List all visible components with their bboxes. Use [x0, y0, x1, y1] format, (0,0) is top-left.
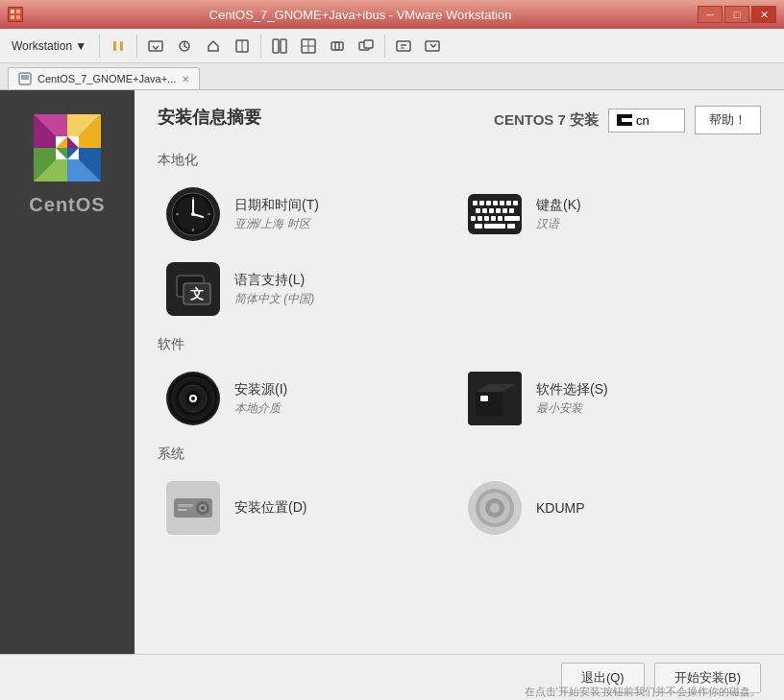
toolbar: Workstation ▼ — [0, 29, 784, 63]
keyboard-item[interactable]: 键盘(K) 汉语 — [459, 177, 761, 252]
language-text: 语言支持(L) 简体中文 (中国) — [234, 272, 314, 307]
window-title: CentOS_7_GNOME+Java+ibus - VMware Workst… — [23, 8, 698, 22]
centos-logo — [29, 109, 106, 186]
install-source-sublabel: 本地介质 — [234, 400, 287, 417]
software-selection-text: 软件选择(S) 最小安装 — [536, 381, 608, 417]
close-button[interactable]: ✕ — [751, 6, 776, 23]
system-section-title: 系统 — [158, 446, 761, 463]
header-right: CENTOS 7 安装 cn 帮助！ — [494, 106, 761, 134]
svg-point-62 — [191, 397, 195, 400]
svg-rect-40 — [617, 114, 632, 118]
toolbar-separator-4 — [384, 35, 385, 58]
svg-rect-66 — [480, 396, 488, 401]
language-item[interactable]: a 文 语言支持(L) 简体中文 (中国) — [158, 252, 459, 326]
install-location-icon — [165, 480, 221, 536]
svg-point-70 — [201, 506, 205, 510]
software-selection-label: 软件选择(S) — [536, 381, 608, 398]
tab-close-button[interactable]: ✕ — [182, 74, 189, 84]
install-source-label: 安装源(I) — [234, 381, 287, 398]
install-location-text: 安装位置(D) — [234, 499, 306, 517]
svg-rect-42 — [617, 122, 632, 126]
language-icon: a 文 — [165, 261, 221, 317]
svg-point-76 — [490, 503, 500, 513]
svg-rect-1 — [16, 10, 20, 13]
svg-rect-4 — [113, 41, 116, 51]
toolbar-btn-10[interactable] — [419, 33, 446, 60]
datetime-sublabel: 亚洲/上海 时区 — [234, 216, 319, 232]
svg-rect-21 — [397, 41, 410, 51]
datetime-label: 日期和时间(T) — [234, 197, 319, 214]
language-label: 语言支持(L) — [234, 272, 314, 289]
localization-grid: 日期和时间(T) 亚洲/上海 时区 — [158, 177, 761, 326]
install-source-item[interactable]: 安装源(I) 本地介质 — [158, 361, 459, 436]
toolbar-btn-3[interactable] — [200, 33, 227, 60]
keyboard-text: 键盘(K) 汉语 — [536, 197, 581, 232]
kdump-item[interactable]: KDUMP — [459, 471, 761, 545]
datetime-icon — [165, 186, 221, 242]
minimize-button[interactable]: ─ — [698, 6, 723, 23]
toolbar-btn-7[interactable] — [324, 33, 351, 60]
vm-tab[interactable]: CentOS_7_GNOME+Java+... ✕ — [8, 67, 200, 89]
kdump-label: KDUMP — [536, 500, 585, 516]
toolbar-btn-2[interactable] — [171, 33, 198, 60]
toolbar-btn-5[interactable] — [266, 33, 293, 60]
software-section-title: 软件 — [158, 336, 761, 353]
software-selection-sublabel: 最小安装 — [536, 400, 608, 417]
software-grid: 安装源(I) 本地介质 — [158, 361, 761, 436]
window-controls[interactable]: ─ □ ✕ — [698, 6, 776, 23]
bottom-bar: 退出(Q) 开始安装(B) 在点击'开始安装'按钮前我们并不会操作你的磁盘。 — [0, 654, 784, 700]
toolbar-btn-4[interactable] — [229, 33, 256, 60]
toolbar-separator-1 — [99, 35, 100, 58]
svg-rect-0 — [11, 10, 14, 13]
toolbar-separator-2 — [136, 35, 137, 58]
title-bar-left — [8, 7, 23, 22]
tab-label: CentOS_7_GNOME+Java+... — [37, 73, 176, 84]
dropdown-arrow: ▼ — [75, 39, 86, 53]
install-source-text: 安装源(I) 本地介质 — [234, 381, 287, 417]
kdump-text: KDUMP — [536, 500, 585, 516]
sidebar: CentOS — [0, 90, 135, 654]
svg-rect-20 — [364, 40, 373, 48]
svg-rect-12 — [273, 39, 279, 53]
datetime-text: 日期和时间(T) 亚洲/上海 时区 — [234, 197, 319, 232]
toolbar-btn-9[interactable] — [390, 33, 417, 60]
lang-value: cn — [636, 113, 649, 128]
svg-rect-3 — [16, 15, 20, 19]
language-input[interactable]: cn — [608, 109, 685, 133]
svg-rect-72 — [178, 509, 187, 511]
help-button[interactable]: 帮助！ — [695, 106, 761, 134]
title-bar: CentOS_7_GNOME+Java+ibus - VMware Workst… — [0, 0, 784, 29]
software-selection-icon — [467, 371, 523, 426]
page-title: 安装信息摘要 — [158, 106, 261, 129]
toolbar-btn-6[interactable] — [295, 33, 322, 60]
maximize-button[interactable]: □ — [724, 6, 749, 23]
install-note: 在点击'开始安装'按钮前我们并不会操作你的磁盘。 — [525, 685, 761, 699]
language-sublabel: 简体中文 (中国) — [234, 291, 314, 307]
keyboard-icon — [467, 186, 523, 242]
content-header: 安装信息摘要 CENTOS 7 安装 cn 帮助！ — [135, 90, 784, 142]
workstation-label: Workstation — [12, 39, 72, 53]
content-panel: 安装信息摘要 CENTOS 7 安装 cn 帮助！ 本地化 — [135, 90, 784, 654]
svg-rect-41 — [617, 118, 622, 122]
svg-point-47 — [191, 212, 195, 216]
software-selection-item[interactable]: 软件选择(S) 最小安装 — [459, 361, 761, 436]
toolbar-btn-8[interactable] — [353, 33, 380, 60]
main-area: CentOS 安装信息摘要 CENTOS 7 安装 cn 帮助！ 本地化 — [0, 90, 784, 654]
toolbar-btn-1[interactable] — [142, 33, 169, 60]
centos-brand-text: CentOS — [29, 194, 105, 216]
svg-rect-71 — [178, 504, 193, 507]
install-location-item[interactable]: 安装位置(D) — [158, 471, 459, 545]
keyboard-sublabel: 汉语 — [536, 216, 581, 232]
datetime-item[interactable]: 日期和时间(T) 亚洲/上海 时区 — [158, 177, 459, 252]
svg-rect-13 — [281, 39, 286, 53]
svg-line-9 — [184, 46, 187, 48]
svg-text:文: 文 — [190, 286, 204, 302]
install-source-icon — [165, 371, 221, 426]
svg-rect-5 — [120, 41, 123, 51]
localization-section-title: 本地化 — [158, 152, 761, 169]
svg-rect-2 — [11, 15, 14, 19]
keyboard-label: 键盘(K) — [536, 197, 581, 214]
kdump-icon — [467, 480, 523, 536]
workstation-menu[interactable]: Workstation ▼ — [4, 36, 94, 57]
pause-button[interactable] — [105, 33, 132, 60]
